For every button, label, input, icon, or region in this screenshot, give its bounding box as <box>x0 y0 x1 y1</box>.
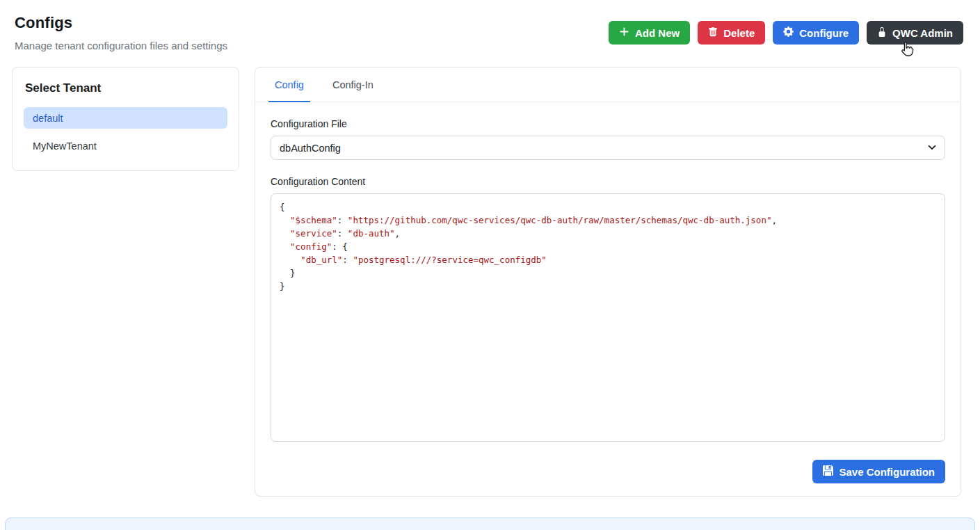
delete-label: Delete <box>723 27 755 39</box>
tab-bar: Config Config-In <box>255 67 961 102</box>
page-title: Configs <box>15 14 227 32</box>
tab-config[interactable]: Config <box>268 67 310 102</box>
add-new-label: Add New <box>635 27 680 39</box>
delete-button[interactable]: Delete <box>698 21 765 45</box>
trash-icon <box>708 27 718 39</box>
configure-label: Configure <box>799 27 849 39</box>
toolbar: Add New Delete Configure QWC Admin <box>609 21 963 45</box>
tenant-panel: Select Tenant default MyNewTenant <box>12 67 239 171</box>
save-icon <box>823 465 833 478</box>
configs-page: Configs Manage tenant configuration file… <box>0 0 980 530</box>
add-new-button[interactable]: Add New <box>609 21 690 45</box>
page-subtitle: Manage tenant configuration files and se… <box>15 40 227 51</box>
gear-icon <box>783 26 794 39</box>
config-file-label: Configuration File <box>271 118 945 129</box>
save-configuration-label: Save Configuration <box>839 466 935 478</box>
plus-icon <box>619 26 629 39</box>
config-content-label: Configuration Content <box>271 176 945 187</box>
config-content-editor[interactable]: { "$schema": "https://github.com/qwc-ser… <box>271 193 945 442</box>
qwc-admin-button[interactable]: QWC Admin <box>867 21 963 45</box>
lock-icon <box>877 27 887 39</box>
config-content-code: { "$schema": "https://github.com/qwc-ser… <box>280 202 777 291</box>
save-configuration-button[interactable]: Save Configuration <box>812 460 945 483</box>
tenant-item-default[interactable]: default <box>24 107 227 129</box>
tenant-item-mynewtenant[interactable]: MyNewTenant <box>24 135 227 156</box>
config-file-select-wrap: dbAuthConfig <box>271 136 945 160</box>
tab-config-in[interactable]: Config-In <box>326 67 380 102</box>
qwc-admin-label: QWC Admin <box>892 27 953 39</box>
page-header: Configs Manage tenant configuration file… <box>15 14 227 51</box>
bottom-alert <box>5 517 975 530</box>
tenant-panel-title: Select Tenant <box>25 81 227 95</box>
config-file-select[interactable]: dbAuthConfig <box>271 136 945 160</box>
config-panel: Config Config-In Configuration File dbAu… <box>255 67 961 497</box>
config-tab-content: Configuration File dbAuthConfig Configur… <box>255 102 961 483</box>
save-row: Save Configuration <box>271 460 945 483</box>
configure-button[interactable]: Configure <box>773 21 859 45</box>
